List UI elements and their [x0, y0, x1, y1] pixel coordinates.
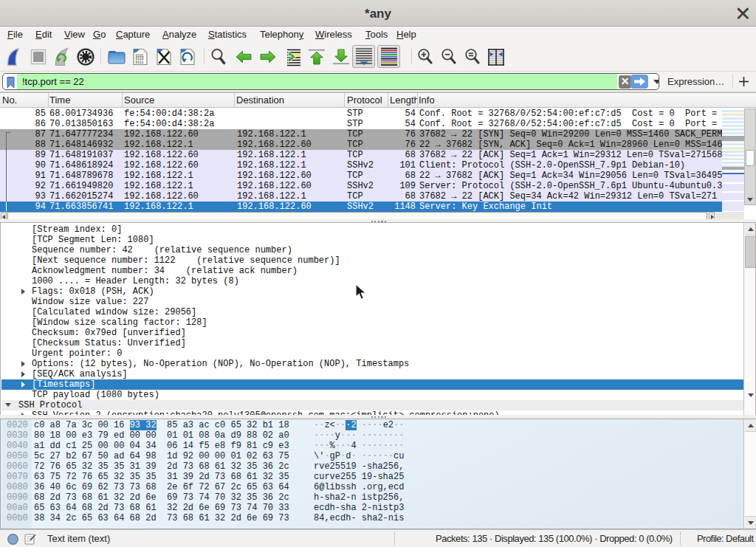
svg-text:0111: 0111	[136, 61, 144, 64]
